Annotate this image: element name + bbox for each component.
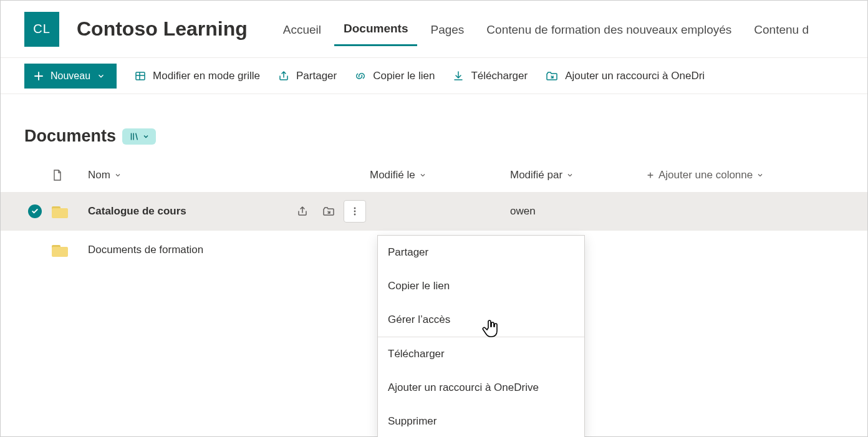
checkmark-icon [28, 204, 42, 218]
chevron-down-icon [114, 171, 122, 179]
nav-item-pages[interactable]: Pages [421, 21, 473, 46]
row-actions [291, 200, 370, 223]
grid-icon [134, 70, 147, 82]
menu-item-copy-link[interactable]: Copier le lien [378, 269, 584, 303]
shortcut-icon [322, 205, 335, 218]
row-more-button[interactable] [344, 200, 366, 223]
share-icon [277, 70, 290, 82]
library-title: Documents [24, 127, 116, 146]
col-type[interactable] [52, 169, 88, 181]
plus-icon [33, 70, 44, 82]
cmd-add-shortcut-label: Ajouter un raccourci à OneDri [565, 70, 705, 82]
new-button[interactable]: Nouveau [24, 64, 117, 89]
nav-item-accueil[interactable]: Accueil [274, 21, 330, 46]
table-header: Nom Modifié le Modifié par Ajouter une c… [1, 158, 867, 192]
col-add-column[interactable]: Ajouter une colonne [646, 169, 764, 181]
link-icon [354, 70, 367, 82]
folder-icon [52, 243, 88, 257]
chevron-down-icon [419, 171, 427, 179]
file-icon [52, 169, 63, 181]
shortcut-icon [545, 70, 559, 82]
menu-item-manage-access[interactable]: Gérer l’accès [378, 303, 584, 337]
nav-item-documents[interactable]: Documents [334, 19, 417, 46]
row-share-button[interactable] [291, 200, 314, 223]
col-add-label: Ajouter une colonne [658, 169, 753, 181]
library-icon [128, 131, 140, 142]
menu-item-download[interactable]: Télécharger [378, 337, 584, 371]
chevron-down-icon [97, 72, 105, 80]
row-select[interactable] [28, 204, 52, 218]
cmd-download[interactable]: Télécharger [452, 70, 528, 82]
col-modified-label: Modifié le [370, 169, 415, 181]
svg-point-1 [354, 208, 356, 209]
new-button-label: Nouveau [51, 70, 90, 82]
svg-point-3 [354, 214, 356, 216]
download-icon [452, 70, 465, 82]
cmd-edit-grid-label: Modifier en mode grille [153, 70, 260, 82]
svg-point-2 [354, 211, 356, 213]
svg-rect-0 [136, 72, 145, 80]
hand-cursor-icon [482, 318, 501, 339]
chevron-down-icon [566, 171, 574, 179]
site-header: CL Contoso Learning Accueil Documents Pa… [1, 1, 867, 58]
site-title[interactable]: Contoso Learning [77, 17, 248, 41]
cmd-share-label: Partager [296, 70, 337, 82]
cmd-add-shortcut[interactable]: Ajouter un raccourci à OneDri [545, 70, 705, 82]
cmd-copy-link-label: Copier le lien [373, 70, 435, 82]
menu-item-delete[interactable]: Supprimer [378, 405, 584, 437]
cmd-edit-grid[interactable]: Modifier en mode grille [134, 70, 260, 82]
col-name-label: Nom [88, 169, 110, 181]
cmd-download-label: Télécharger [471, 70, 528, 82]
nav-item-contenu-cut[interactable]: Contenu d [745, 21, 818, 46]
context-menu: Partager Copier le lien Gérer l’accès Té… [377, 235, 585, 437]
row-name[interactable]: Documents de formation [88, 244, 370, 256]
site-logo[interactable]: CL [24, 12, 59, 47]
view-selector[interactable] [122, 128, 156, 145]
col-modified[interactable]: Modifié le [370, 169, 510, 181]
row-shortcut-button[interactable] [317, 200, 340, 223]
top-nav: Accueil Documents Pages Contenu de forma… [274, 16, 818, 42]
plus-icon [646, 171, 655, 180]
folder-icon [52, 204, 88, 218]
chevron-down-icon [756, 171, 764, 179]
cmd-share[interactable]: Partager [277, 70, 337, 82]
cmd-copy-link[interactable]: Copier le lien [354, 70, 435, 82]
share-icon [296, 205, 309, 218]
chevron-down-icon [142, 133, 150, 140]
command-bar: Nouveau Modifier en mode grille Partager… [1, 58, 867, 94]
menu-item-add-shortcut[interactable]: Ajouter un raccourci à OneDrive [378, 371, 584, 405]
nav-item-onboarding-content[interactable]: Contenu de formation des nouveaux employ… [477, 21, 741, 46]
table-row[interactable]: Catalogue de cours owen [1, 192, 867, 231]
row-modified-by: owen [510, 205, 646, 218]
row-name[interactable]: Catalogue de cours [88, 205, 282, 218]
menu-item-share[interactable]: Partager [378, 236, 584, 269]
col-modified-by-label: Modifié par [510, 169, 562, 181]
library-title-row: Documents [1, 94, 867, 155]
col-modified-by[interactable]: Modifié par [510, 169, 646, 181]
col-name[interactable]: Nom [88, 169, 370, 181]
more-vertical-icon [350, 206, 360, 216]
